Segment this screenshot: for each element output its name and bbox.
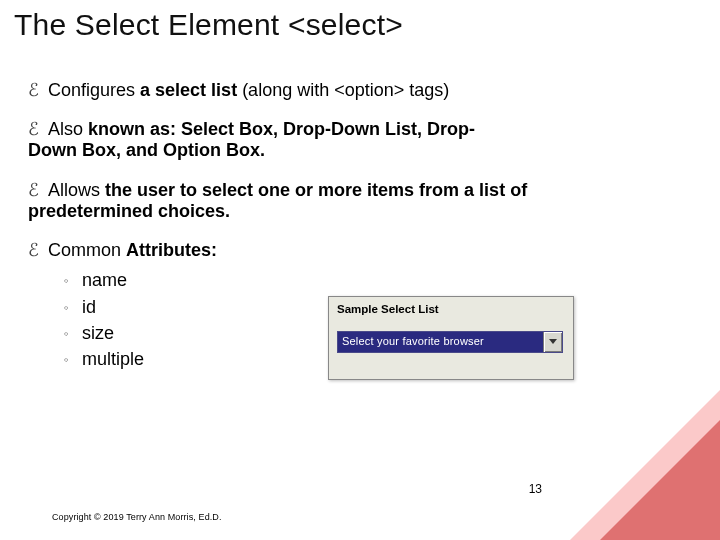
sample-select-value: Select your favorite browser bbox=[338, 332, 543, 352]
list-item: ◦name bbox=[64, 267, 688, 293]
circle-bullet-icon: ◦ bbox=[64, 272, 82, 291]
circle-bullet-icon: ◦ bbox=[64, 299, 82, 318]
attr-name: name bbox=[82, 270, 127, 290]
dropdown-button[interactable] bbox=[543, 332, 562, 352]
bullet-text: Configures a select list (along with <op… bbox=[48, 80, 449, 100]
circle-bullet-icon: ◦ bbox=[64, 325, 82, 344]
slide: The Select Element <select> ℰConfigures … bbox=[0, 0, 720, 540]
copyright-footer: Copyright © 2019 Terry Ann Morris, Ed.D. bbox=[52, 512, 222, 522]
page-number: 13 bbox=[529, 482, 542, 496]
attr-name: size bbox=[82, 323, 114, 343]
attr-name: multiple bbox=[82, 349, 144, 369]
bullet-text: Common Attributes: bbox=[48, 240, 217, 260]
svg-marker-0 bbox=[549, 339, 557, 344]
bullet-icon: ℰ bbox=[28, 180, 48, 201]
attr-name: id bbox=[82, 297, 96, 317]
sample-select-panel: Sample Select List Select your favorite … bbox=[328, 296, 574, 380]
sample-heading: Sample Select List bbox=[337, 303, 565, 315]
slide-title: The Select Element <select> bbox=[14, 8, 403, 42]
bullet-text: Also known as: Select Box, Drop-Down Lis… bbox=[28, 119, 475, 160]
circle-bullet-icon: ◦ bbox=[64, 351, 82, 370]
bullet-icon: ℰ bbox=[28, 119, 48, 140]
chevron-down-icon bbox=[549, 339, 557, 345]
bullet-icon: ℰ bbox=[28, 240, 48, 261]
bullet-configures: ℰConfigures a select list (along with <o… bbox=[28, 80, 688, 101]
bullet-allows: ℰAllows the user to select one or more i… bbox=[28, 180, 548, 222]
bullet-also-known: ℰAlso known as: Select Box, Drop-Down Li… bbox=[28, 119, 508, 161]
bullet-text: Allows the user to select one or more it… bbox=[28, 180, 527, 221]
bullet-common-attrs: ℰCommon Attributes: bbox=[28, 240, 688, 261]
bullet-icon: ℰ bbox=[28, 80, 48, 101]
sample-select[interactable]: Select your favorite browser bbox=[337, 331, 563, 353]
